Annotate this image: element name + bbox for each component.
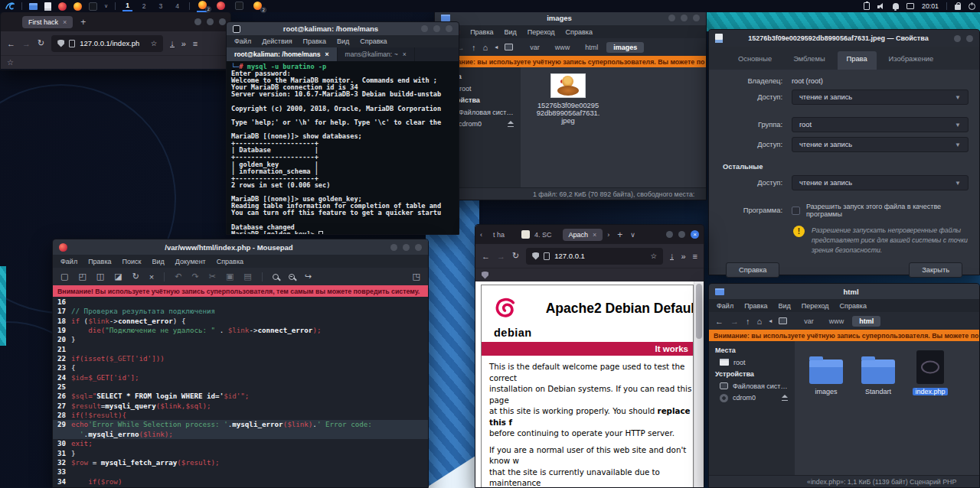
home-icon[interactable]: ⌂ [483, 43, 488, 52]
collapse-icon[interactable]: ◂ [769, 317, 772, 324]
new-tab-button[interactable]: + [614, 229, 626, 240]
taskbar-mousepad[interactable] [215, 1, 227, 11]
file-item-index-php[interactable]: index.php [906, 349, 954, 395]
eject-icon[interactable] [781, 395, 789, 401]
properties-tab[interactable]: Права [838, 51, 877, 70]
menu-item[interactable]: Справка [217, 258, 243, 265]
up-icon[interactable]: ↑ [472, 43, 476, 52]
launcher-chevron-icon[interactable]: ∨ [104, 3, 108, 9]
collapse-icon[interactable]: ◂ [495, 44, 498, 50]
new-tab-button[interactable]: + [77, 17, 89, 28]
properties-tab[interactable]: Эмблемы [784, 51, 834, 70]
terminal-launcher-icon[interactable] [89, 2, 97, 11]
workspace-1[interactable]: 1 [122, 1, 132, 11]
properties-tab[interactable]: Основные [729, 51, 781, 70]
file-item-jpeg[interactable]: 15276b3f09e0029592db899056af7631.jpeg [533, 73, 603, 125]
downloads-icon[interactable]: ↓ [670, 252, 675, 260]
menu-item[interactable]: Правка [744, 302, 767, 310]
title-bar[interactable]: root@kaliman: /home/mans [227, 22, 459, 35]
tab-close-icon[interactable]: × [63, 18, 67, 26]
computer-icon[interactable] [779, 317, 787, 324]
up-icon[interactable]: ↑ [746, 317, 750, 326]
firefox-launcher-icon[interactable] [74, 2, 82, 11]
owner-access-select[interactable]: чтение и запись▼ [792, 89, 969, 105]
workspace-2[interactable]: 2 [139, 2, 149, 11]
mousepad-launcher-icon[interactable] [58, 2, 67, 11]
menu-item[interactable]: Справка [566, 28, 593, 36]
tab-close-icon[interactable]: × [325, 50, 328, 58]
minimize-button[interactable] [390, 244, 397, 251]
close-dialog-button[interactable]: Закрыть [909, 262, 962, 278]
maximize-button[interactable] [681, 15, 688, 21]
copy-icon[interactable]: ▣ [226, 272, 234, 281]
forward-button[interactable]: → [22, 39, 31, 48]
tab-close-icon[interactable]: × [593, 231, 596, 239]
file-manager-launcher-icon[interactable] [29, 3, 38, 10]
group-access-select[interactable]: чтение и запись▼ [792, 137, 969, 152]
sidebar-item-cdrom[interactable]: cdrom0 [709, 392, 795, 404]
title-bar[interactable]: 15276b3f09e0029592db899056af7631.jpeg — … [709, 30, 979, 47]
notifications-tray-icon[interactable] [893, 3, 899, 9]
breadcrumb-item[interactable]: var [797, 316, 821, 327]
maximize-button[interactable] [403, 244, 410, 251]
group-select[interactable]: root▼ [792, 117, 969, 132]
menu-item[interactable]: Правка [303, 37, 326, 45]
home-icon[interactable]: ⌂ [757, 317, 763, 326]
workspace-3[interactable]: 3 [156, 2, 166, 11]
workspace-4[interactable]: 4 [172, 2, 182, 11]
overflow-chevron-icon[interactable]: » [181, 39, 186, 48]
breadcrumb-item[interactable]: var [523, 42, 547, 53]
paste-icon[interactable]: ▤ [243, 272, 251, 281]
sidebar-item-filesystem[interactable]: Файловая сист… [709, 380, 795, 392]
forward-button[interactable]: → [497, 252, 505, 261]
breadcrumb-item[interactable]: html [852, 316, 880, 327]
tab-scroll-left-icon[interactable]: ‹ [480, 231, 482, 239]
taskbar-terminal[interactable] [234, 1, 245, 11]
bookmark-star-icon[interactable]: ☆ [151, 39, 158, 47]
properties-tab[interactable]: Изображение [880, 51, 943, 70]
tab-first-hack[interactable]: First hack × [22, 16, 73, 28]
scrollbar-thumb[interactable] [696, 284, 702, 339]
menu-item[interactable]: Файл [60, 258, 77, 265]
minimize-button[interactable] [668, 15, 675, 21]
back-icon[interactable]: ← [715, 317, 724, 326]
others-access-select[interactable]: чтение и запись▼ [792, 175, 969, 190]
terminal-tab-mans[interactable]: mans@kaliman: ~× [338, 47, 415, 61]
tab-partial[interactable]: t ha [487, 229, 511, 241]
menu-item[interactable]: Правка [470, 28, 493, 36]
volume-tray-icon[interactable] [877, 3, 885, 10]
updates-tray-icon[interactable] [955, 5, 961, 10]
clock[interactable]: 20:01 [922, 2, 939, 10]
search-replace-icon[interactable] [289, 274, 295, 280]
folder-item-standart[interactable]: Standart [854, 349, 902, 395]
forward-icon[interactable]: → [730, 317, 739, 326]
code-editor[interactable]: 16 17// Проверка результата подключения1… [53, 297, 428, 487]
kali-menu-icon[interactable] [5, 1, 15, 12]
url-bar[interactable]: 127.0.0.1 ☆ [526, 248, 663, 265]
undo-icon[interactable]: ↶ [175, 272, 181, 281]
save-as-icon[interactable]: ◪ [114, 272, 122, 281]
page-info-icon[interactable] [544, 252, 550, 260]
menu-icon[interactable]: ≡ [693, 252, 697, 261]
text-editor-launcher-icon[interactable] [44, 2, 51, 11]
shield-icon[interactable] [532, 252, 539, 260]
title-bar[interactable]: html [709, 284, 979, 299]
tab-apache[interactable]: Apach × [563, 229, 603, 241]
computer-icon[interactable] [505, 44, 513, 50]
minimize-button[interactable] [954, 35, 961, 42]
eject-icon[interactable] [507, 121, 514, 127]
url-bar[interactable]: 127.0.0.1/index.ph ☆ [51, 35, 163, 52]
extension-icon[interactable] [482, 272, 488, 279]
taskbar-firefox-1[interactable]: 2 [197, 0, 208, 12]
new-file-icon[interactable]: ▢ [60, 272, 68, 281]
open-icon[interactable]: ◰ [78, 272, 86, 281]
back-button[interactable]: ← [7, 39, 15, 48]
menu-item[interactable]: Переход [802, 302, 829, 310]
terminal-output[interactable]: └─# mysql -u buratino -pEnter password: … [227, 61, 459, 234]
tab-list-chevron-icon[interactable]: ∨ [630, 231, 635, 239]
reload-icon[interactable]: ↻ [132, 272, 139, 281]
menu-item[interactable]: Справка [840, 302, 867, 310]
menu-item[interactable]: Файл [234, 37, 251, 45]
menu-item[interactable]: Вид [337, 37, 349, 45]
search-icon[interactable] [273, 274, 279, 280]
